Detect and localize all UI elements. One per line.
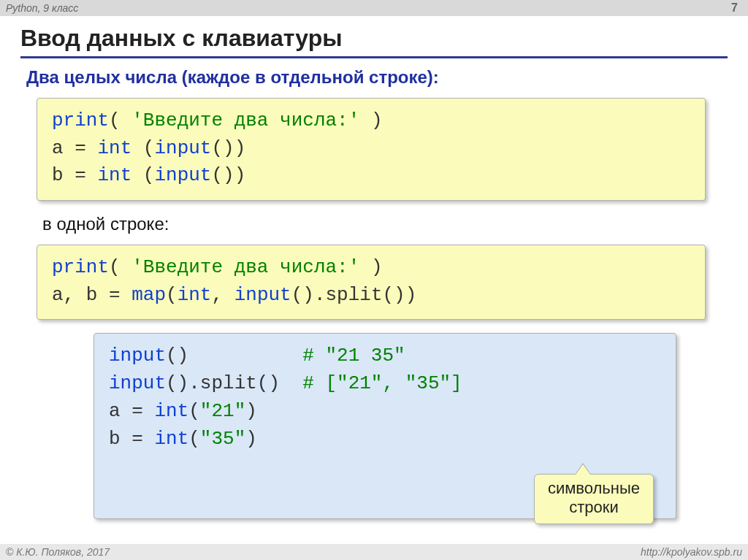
text: ()) bbox=[211, 137, 245, 159]
header-bar: Python, 9 класс 7 bbox=[0, 0, 748, 16]
kw-map: map bbox=[131, 284, 166, 306]
footer-copyright: © К.Ю. Поляков, 2017 bbox=[6, 546, 110, 558]
kw-int: int bbox=[154, 400, 188, 422]
kw-int: int bbox=[97, 164, 131, 186]
callout-tail bbox=[576, 464, 590, 475]
kw-int: int bbox=[97, 137, 131, 159]
text: ) bbox=[245, 400, 257, 422]
text: ( bbox=[131, 164, 154, 186]
note-text: в одной строке: bbox=[42, 214, 728, 234]
code-block-1: print( 'Введите два числа:' ) a = int (i… bbox=[37, 98, 706, 201]
callout-box: символьные строки bbox=[534, 474, 654, 524]
footer-url: http://kpolyakov.spb.ru bbox=[641, 546, 742, 558]
kw-int: int bbox=[178, 284, 212, 306]
text: a = bbox=[52, 137, 97, 159]
title-divider bbox=[20, 56, 728, 58]
kw-input: input bbox=[109, 345, 166, 367]
string-literal: "21" bbox=[200, 400, 245, 422]
text: () bbox=[166, 345, 302, 367]
comment: # "21 35" bbox=[302, 345, 405, 367]
text: ) bbox=[245, 428, 257, 450]
text: , bbox=[211, 284, 234, 306]
text: ( bbox=[131, 137, 154, 159]
text: ) bbox=[359, 256, 382, 278]
text: ( bbox=[188, 428, 200, 450]
text: ( bbox=[166, 284, 178, 306]
text: ) bbox=[359, 110, 382, 131]
code-block-2: print( 'Введите два числа:' ) a, b = map… bbox=[37, 245, 706, 320]
text: b = bbox=[52, 164, 97, 186]
subtitle: Два целых числа (каждое в отдельной стро… bbox=[26, 67, 728, 88]
text: ( bbox=[188, 400, 200, 422]
kw-int: int bbox=[154, 428, 188, 450]
text: a, b = bbox=[52, 284, 131, 306]
text: ().split() bbox=[166, 372, 302, 394]
string-literal: "35" bbox=[200, 428, 245, 450]
text: ()) bbox=[211, 164, 245, 186]
page-title: Ввод данных с клавиатуры bbox=[20, 25, 728, 52]
kw-print: print bbox=[52, 110, 109, 131]
callout-line2: строки bbox=[569, 498, 618, 516]
header-subject: Python, 9 класс bbox=[6, 2, 78, 14]
text: ().split()) bbox=[291, 284, 417, 306]
kw-input: input bbox=[109, 372, 166, 394]
text: ( bbox=[109, 256, 131, 278]
kw-print: print bbox=[52, 256, 109, 278]
text: ( bbox=[109, 110, 131, 131]
callout-line1: символьные bbox=[548, 479, 640, 497]
text: a = bbox=[109, 400, 154, 422]
string-literal: 'Введите два числа:' bbox=[131, 256, 359, 278]
string-literal: 'Введите два числа:' bbox=[131, 110, 359, 131]
text: b = bbox=[109, 428, 154, 450]
kw-input: input bbox=[154, 137, 211, 159]
slide-content: Ввод данных с клавиатуры Два целых числа… bbox=[0, 16, 748, 519]
kw-input: input bbox=[154, 164, 211, 186]
comment: # ["21", "35"] bbox=[302, 372, 462, 394]
code-block-3: input() # "21 35" input().split() # ["21… bbox=[94, 333, 676, 518]
footer-bar: © К.Ю. Поляков, 2017 http://kpolyakov.sp… bbox=[0, 544, 748, 560]
kw-input: input bbox=[234, 284, 291, 306]
page-number: 7 bbox=[731, 1, 738, 15]
